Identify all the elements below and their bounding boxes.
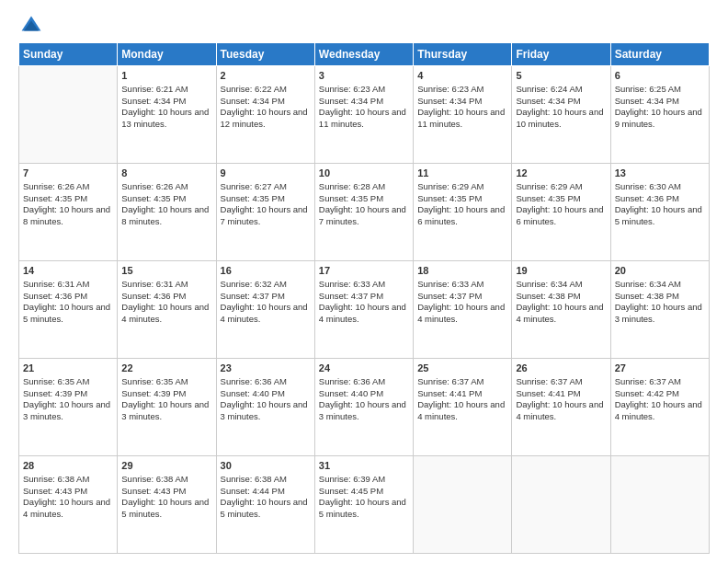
day-number: 22 xyxy=(121,362,211,375)
day-number: 21 xyxy=(23,362,113,375)
weekday-header-friday: Friday xyxy=(512,43,610,66)
day-info-line: Daylight: 10 hours and 8 minutes. xyxy=(121,204,211,228)
day-info-line: Daylight: 10 hours and 4 minutes. xyxy=(417,302,507,326)
day-info-line: Sunset: 4:35 PM xyxy=(319,193,409,205)
day-info-line: Daylight: 10 hours and 7 minutes. xyxy=(221,204,311,228)
day-number: 3 xyxy=(319,69,409,83)
weekday-header-thursday: Thursday xyxy=(414,43,512,66)
day-info-line: Sunrise: 6:31 AM xyxy=(121,279,211,291)
calendar-cell xyxy=(512,456,610,554)
day-info-line: Sunset: 4:36 PM xyxy=(121,291,211,303)
calendar-cell: 9Sunrise: 6:27 AMSunset: 4:35 PMDaylight… xyxy=(216,164,314,261)
day-info-line: Sunrise: 6:29 AM xyxy=(417,181,507,193)
day-info-line: Sunset: 4:35 PM xyxy=(23,193,113,205)
day-number: 12 xyxy=(516,167,606,180)
calendar-cell: 15Sunrise: 6:31 AMSunset: 4:36 PMDayligh… xyxy=(118,261,216,359)
day-info-line: Sunset: 4:34 PM xyxy=(615,96,705,108)
day-info-line: Sunrise: 6:38 AM xyxy=(221,474,311,486)
day-info-line: Sunrise: 6:34 AM xyxy=(615,279,705,291)
day-info-line: Sunset: 4:34 PM xyxy=(319,96,409,108)
day-info-line: Sunrise: 6:35 AM xyxy=(121,376,211,388)
calendar-cell: 22Sunrise: 6:35 AMSunset: 4:39 PMDayligh… xyxy=(118,359,216,456)
day-info-line: Sunrise: 6:23 AM xyxy=(417,84,507,96)
day-info-line: Sunrise: 6:27 AM xyxy=(221,181,311,193)
calendar-cell: 16Sunrise: 6:32 AMSunset: 4:37 PMDayligh… xyxy=(216,261,314,359)
day-info-line: Sunset: 4:35 PM xyxy=(417,193,507,205)
day-info-line: Daylight: 10 hours and 5 minutes. xyxy=(121,497,211,521)
weekday-header-saturday: Saturday xyxy=(610,43,709,66)
day-number: 19 xyxy=(516,264,606,278)
day-info-line: Sunrise: 6:32 AM xyxy=(221,279,311,291)
day-info-line: Sunrise: 6:31 AM xyxy=(23,279,113,291)
day-info-line: Daylight: 10 hours and 5 minutes. xyxy=(23,302,113,326)
header xyxy=(18,15,710,33)
day-info-line: Daylight: 10 hours and 3 minutes. xyxy=(319,399,409,423)
calendar-cell: 18Sunrise: 6:33 AMSunset: 4:37 PMDayligh… xyxy=(414,261,512,359)
day-number: 8 xyxy=(121,167,211,180)
day-info-line: Daylight: 10 hours and 11 minutes. xyxy=(319,107,409,131)
day-info-line: Daylight: 10 hours and 3 minutes. xyxy=(121,399,211,423)
calendar-week-row: 21Sunrise: 6:35 AMSunset: 4:39 PMDayligh… xyxy=(19,359,710,456)
weekday-header-wednesday: Wednesday xyxy=(314,43,413,66)
day-number: 5 xyxy=(516,69,606,83)
logo-icon xyxy=(20,15,42,37)
calendar-cell: 1Sunrise: 6:21 AMSunset: 4:34 PMDaylight… xyxy=(118,66,216,164)
day-number: 28 xyxy=(23,459,113,473)
calendar-cell: 30Sunrise: 6:38 AMSunset: 4:44 PMDayligh… xyxy=(216,456,314,554)
day-number: 27 xyxy=(615,362,705,375)
day-info-line: Sunset: 4:41 PM xyxy=(417,388,507,400)
calendar-cell: 14Sunrise: 6:31 AMSunset: 4:36 PMDayligh… xyxy=(19,261,118,359)
day-info-line: Sunrise: 6:36 AM xyxy=(319,376,409,388)
day-info-line: Sunrise: 6:37 AM xyxy=(516,376,606,388)
day-info-line: Sunset: 4:34 PM xyxy=(121,96,211,108)
day-number: 20 xyxy=(615,264,705,278)
day-info-line: Sunrise: 6:30 AM xyxy=(615,181,705,193)
calendar-cell: 11Sunrise: 6:29 AMSunset: 4:35 PMDayligh… xyxy=(414,164,512,261)
calendar-cell: 19Sunrise: 6:34 AMSunset: 4:38 PMDayligh… xyxy=(512,261,610,359)
calendar-cell: 17Sunrise: 6:33 AMSunset: 4:37 PMDayligh… xyxy=(314,261,413,359)
day-info-line: Daylight: 10 hours and 5 minutes. xyxy=(615,204,705,228)
day-number: 30 xyxy=(221,459,311,473)
day-info-line: Sunset: 4:41 PM xyxy=(516,388,606,400)
day-info-line: Daylight: 10 hours and 9 minutes. xyxy=(615,107,705,131)
calendar-cell: 3Sunrise: 6:23 AMSunset: 4:34 PMDaylight… xyxy=(314,66,413,164)
day-info-line: Daylight: 10 hours and 4 minutes. xyxy=(319,302,409,326)
calendar-cell: 26Sunrise: 6:37 AMSunset: 4:41 PMDayligh… xyxy=(512,359,610,456)
calendar-week-row: 14Sunrise: 6:31 AMSunset: 4:36 PMDayligh… xyxy=(19,261,710,359)
page: SundayMondayTuesdayWednesdayThursdayFrid… xyxy=(0,0,728,563)
calendar-cell: 29Sunrise: 6:38 AMSunset: 4:43 PMDayligh… xyxy=(118,456,216,554)
day-info-line: Sunset: 4:38 PM xyxy=(516,291,606,303)
day-info-line: Sunset: 4:35 PM xyxy=(121,193,211,205)
day-number: 2 xyxy=(221,69,311,83)
day-info-line: Sunrise: 6:34 AM xyxy=(516,279,606,291)
day-info-line: Sunset: 4:38 PM xyxy=(615,291,705,303)
calendar-table: SundayMondayTuesdayWednesdayThursdayFrid… xyxy=(18,42,710,554)
day-info-line: Daylight: 10 hours and 12 minutes. xyxy=(221,107,311,131)
day-info-line: Daylight: 10 hours and 11 minutes. xyxy=(417,107,507,131)
day-info-line: Sunrise: 6:36 AM xyxy=(221,376,311,388)
day-number: 17 xyxy=(319,264,409,278)
calendar-cell: 24Sunrise: 6:36 AMSunset: 4:40 PMDayligh… xyxy=(314,359,413,456)
day-info-line: Sunrise: 6:22 AM xyxy=(221,84,311,96)
day-info-line: Daylight: 10 hours and 6 minutes. xyxy=(516,204,606,228)
calendar-week-row: 1Sunrise: 6:21 AMSunset: 4:34 PMDaylight… xyxy=(19,66,710,164)
day-info-line: Sunset: 4:36 PM xyxy=(23,291,113,303)
day-number: 23 xyxy=(221,362,311,375)
calendar-week-row: 7Sunrise: 6:26 AMSunset: 4:35 PMDaylight… xyxy=(19,164,710,261)
calendar-cell: 31Sunrise: 6:39 AMSunset: 4:45 PMDayligh… xyxy=(314,456,413,554)
day-info-line: Sunrise: 6:29 AM xyxy=(516,181,606,193)
day-number: 25 xyxy=(417,362,507,375)
day-info-line: Daylight: 10 hours and 13 minutes. xyxy=(121,107,211,131)
day-info-line: Sunset: 4:36 PM xyxy=(615,193,705,205)
logo xyxy=(18,15,42,33)
day-info-line: Daylight: 10 hours and 10 minutes. xyxy=(516,107,606,131)
calendar-cell: 10Sunrise: 6:28 AMSunset: 4:35 PMDayligh… xyxy=(314,164,413,261)
day-info-line: Sunrise: 6:37 AM xyxy=(615,376,705,388)
day-info-line: Sunset: 4:34 PM xyxy=(516,96,606,108)
day-number: 1 xyxy=(121,69,211,83)
day-info-line: Sunrise: 6:23 AM xyxy=(319,84,409,96)
day-info-line: Daylight: 10 hours and 3 minutes. xyxy=(23,399,113,423)
day-info-line: Daylight: 10 hours and 4 minutes. xyxy=(417,399,507,423)
calendar-body: 1Sunrise: 6:21 AMSunset: 4:34 PMDaylight… xyxy=(19,66,710,554)
day-info-line: Daylight: 10 hours and 8 minutes. xyxy=(23,204,113,228)
